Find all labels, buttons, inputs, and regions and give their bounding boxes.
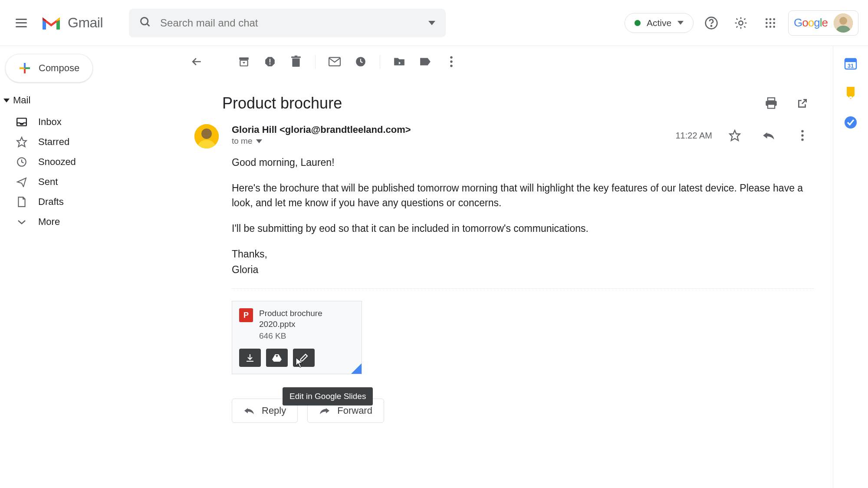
reply-icon [243, 406, 255, 415]
svg-rect-31 [239, 57, 249, 59]
svg-point-52 [801, 130, 803, 132]
calendar-addon-button[interactable]: 31 [843, 56, 858, 71]
recipient-line: to me [232, 136, 253, 146]
reply-label: Reply [262, 405, 286, 416]
sidebar-item-snoozed[interactable]: Snoozed [0, 152, 177, 172]
svg-marker-8 [677, 21, 684, 25]
svg-point-5 [141, 17, 148, 24]
forward-label: Forward [337, 405, 372, 416]
print-button[interactable] [760, 92, 783, 115]
sidebar-item-label: Snoozed [38, 156, 76, 168]
gmail-logo[interactable]: Gmail [41, 15, 103, 31]
search-options-icon[interactable] [428, 19, 435, 27]
svg-point-11 [739, 21, 743, 25]
help-button[interactable] [700, 11, 723, 35]
more-actions-button[interactable] [440, 50, 463, 73]
hamburger-icon [16, 19, 27, 27]
star-icon [16, 136, 28, 148]
compose-button[interactable]: Compose [5, 54, 93, 82]
clock-icon [16, 156, 28, 168]
svg-marker-51 [730, 130, 740, 140]
svg-point-53 [801, 134, 803, 136]
side-panel: 31 [833, 46, 868, 488]
delete-button[interactable] [285, 50, 307, 73]
keep-addon-button[interactable] [843, 85, 858, 101]
status-dot-icon [635, 20, 641, 26]
sidebar-item-inbox[interactable]: Inbox [0, 112, 177, 132]
triangle-down-icon [3, 99, 10, 102]
star-message-button[interactable] [723, 124, 746, 147]
search-input[interactable] [160, 17, 428, 29]
show-details-icon[interactable] [256, 139, 262, 143]
sidebar-item-more[interactable]: More [0, 212, 177, 232]
back-button[interactable] [186, 50, 208, 73]
app-name: Gmail [68, 15, 103, 31]
labels-button[interactable] [414, 50, 437, 73]
svg-point-54 [801, 138, 803, 141]
sidebar-item-sent[interactable]: Sent [0, 172, 177, 192]
settings-button[interactable] [729, 11, 753, 35]
svg-point-22 [839, 17, 847, 25]
download-attachment-button[interactable] [239, 349, 261, 367]
sidebar-item-label: Starred [38, 136, 69, 148]
svg-point-16 [769, 22, 772, 24]
sender-name: Gloria Hill <gloria@brandtleeland.com> [232, 124, 675, 135]
main-menu-button[interactable] [10, 11, 33, 35]
reply-icon-button[interactable] [757, 124, 780, 147]
message-time: 11:22 AM [675, 131, 712, 141]
svg-marker-50 [256, 139, 262, 143]
sidebar-item-label: Inbox [38, 116, 62, 128]
svg-point-35 [270, 63, 271, 65]
svg-text:31: 31 [848, 63, 854, 69]
svg-point-20 [773, 26, 775, 28]
svg-point-18 [766, 26, 768, 28]
svg-rect-46 [768, 104, 775, 108]
svg-rect-38 [295, 56, 297, 56]
open-new-window-button[interactable] [791, 92, 814, 115]
svg-line-6 [147, 23, 150, 26]
archive-button[interactable] [233, 50, 255, 73]
sidebar-item-label: Sent [38, 176, 58, 188]
apps-button[interactable] [759, 11, 782, 35]
save-to-drive-button[interactable] [266, 349, 288, 367]
svg-point-13 [769, 18, 772, 20]
status-pill[interactable]: Active [625, 13, 694, 33]
mail-section-label: Mail [13, 95, 30, 106]
attachment-name: Product brochure 2020.pptx [259, 308, 355, 330]
svg-rect-60 [849, 96, 852, 98]
snooze-button[interactable] [349, 50, 372, 73]
tasks-addon-button[interactable] [843, 115, 858, 130]
svg-point-14 [773, 18, 775, 20]
chevron-down-icon [677, 21, 684, 25]
cursor-icon [295, 357, 304, 368]
search-bar[interactable] [129, 9, 446, 37]
move-to-button[interactable] [388, 50, 411, 73]
sidebar-item-starred[interactable]: Starred [0, 132, 177, 152]
sidebar-item-drafts[interactable]: Drafts [0, 192, 177, 212]
sender-avatar[interactable] [194, 124, 219, 148]
google-logo: Google [794, 16, 828, 30]
inbox-icon [16, 117, 28, 127]
attachment-card[interactable]: P Product brochure 2020.pptx 646 KB Edit… [232, 301, 362, 374]
svg-point-43 [450, 65, 452, 67]
status-label: Active [647, 18, 671, 28]
sidebar-item-label: More [38, 216, 60, 228]
profile-avatar [834, 13, 853, 33]
svg-point-12 [766, 18, 768, 20]
sidebar-item-label: Drafts [38, 196, 64, 208]
svg-rect-37 [291, 56, 301, 58]
compose-label: Compose [39, 63, 79, 74]
message-more-button[interactable] [791, 124, 814, 147]
search-icon [139, 16, 151, 30]
mail-section-toggle[interactable]: Mail [3, 95, 177, 106]
svg-point-17 [773, 22, 775, 24]
powerpoint-icon: P [239, 308, 253, 322]
svg-point-41 [450, 56, 452, 59]
account-button[interactable]: Google [788, 10, 858, 36]
attachment-fold-icon [351, 363, 362, 374]
report-spam-button[interactable] [259, 50, 281, 73]
mark-unread-button[interactable] [323, 50, 346, 73]
svg-point-19 [769, 26, 772, 28]
file-icon [16, 196, 28, 208]
svg-point-10 [711, 25, 712, 26]
